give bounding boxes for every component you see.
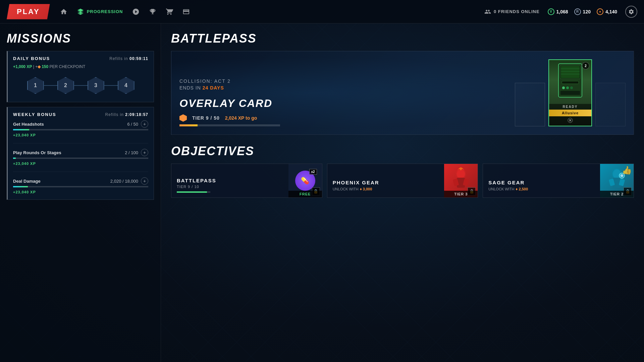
battlepass-section: BATTLEPASS COLLISION: ACT 2 ENDS IN 24 D… — [171, 32, 634, 135]
bp-days: 24 DAYS — [203, 85, 224, 90]
mission-headshots-xp: +23,040 XP — [13, 133, 36, 137]
bp-card-title: OVERLAY CARD — [179, 97, 505, 110]
mission-headshots-bar — [13, 129, 148, 130]
friends-count[interactable]: 0 FRIENDS ONLINE — [484, 8, 540, 15]
checkpoint-1: 1 — [27, 77, 44, 94]
expand-damage[interactable]: + — [141, 177, 148, 185]
radianite-icon: R — [574, 8, 581, 15]
svg-point-7 — [562, 86, 565, 89]
daily-timer: 00:59:11 — [129, 56, 148, 61]
objectives-cards: BATTLEPASS TIER 9 / 10 💊 x2 🔒 FREE — [171, 164, 634, 198]
phoenix-cost: 3,000 — [363, 187, 372, 191]
mission-rounds-bar — [13, 158, 148, 159]
nav-progression[interactable]: PROGRESSION — [77, 8, 123, 15]
weekly-bonus-header: WEEKLY BONUS Refills in 2:09:18:57 — [13, 112, 148, 117]
bp-card-badge: 2 — [582, 62, 589, 69]
weekly-refills-text: Refills in 2:09:18:57 — [105, 112, 148, 117]
nav-home[interactable] — [60, 8, 67, 15]
currency-r-item: R 120 — [574, 8, 591, 15]
mission-damage-progress: 2,020 / 18,000 — [110, 179, 138, 184]
mission-damage-fill — [13, 186, 28, 187]
progression-label: PROGRESSION — [87, 9, 123, 14]
phoenix-tier-badge: TIER 3 — [444, 191, 478, 197]
obj-sage-image: 👍 🔒 TIER 2 — [600, 164, 634, 197]
sage-gesture: 👍 — [622, 166, 632, 175]
settings-button[interactable] — [625, 6, 637, 18]
bp-card-ready-label: READY — [549, 104, 591, 110]
mission-damage-row: Deal Damage 2,020 / 18,000 + — [13, 177, 148, 185]
nav-trophy[interactable] — [149, 8, 156, 15]
checkpoints-row: 1 2 3 4 — [13, 74, 148, 97]
obj-phoenix-title: PHOENIX GEAR — [333, 180, 439, 185]
bp-card-name: Allusive — [549, 110, 591, 116]
obj-card-phoenix-text: PHOENIX GEAR UNLOCK WITH ♦ 3,000 — [327, 164, 444, 197]
weekly-timer: 2:09:18:57 — [125, 112, 148, 117]
rp-value: 4,140 — [605, 9, 617, 14]
obj-sage-unlock: UNLOCK WITH ♦ 2,500 — [488, 187, 595, 191]
bp-ends-text: ENDS IN 24 DAYS — [179, 85, 505, 90]
valorant-points-icon: V — [548, 8, 554, 15]
obj-sage-title: SAGE GEAR — [488, 180, 595, 185]
svg-point-8 — [566, 86, 569, 89]
nav-battlepass-tab[interactable] — [182, 8, 190, 15]
objectives-section: OBJECTIVES BATTLEPASS TIER 9 / 10 💊 — [171, 144, 634, 198]
nav-store[interactable] — [166, 8, 173, 15]
friends-label: 0 FRIENDS ONLINE — [494, 9, 540, 14]
radianite-value: 120 — [583, 9, 591, 14]
daily-bonus-header: DAILY BONUS Refills in 00:59:11 — [13, 56, 148, 61]
obj-card-battlepass[interactable]: BATTLEPASS TIER 9 / 10 💊 x2 🔒 FREE — [171, 164, 322, 198]
weekly-bonus-title: WEEKLY BONUS — [13, 112, 56, 117]
bp-card-xbox — [549, 116, 591, 126]
nav-icons-group: PROGRESSION — [60, 8, 484, 15]
bp-progress-fill — [179, 124, 198, 126]
play-button[interactable]: PLAY — [7, 4, 50, 19]
nav-agent[interactable] — [132, 8, 140, 15]
mission-headshots-fill — [13, 129, 29, 130]
obj-card-phoenix[interactable]: PHOENIX GEAR UNLOCK WITH ♦ 3,000 — [327, 164, 478, 198]
svg-point-9 — [570, 86, 573, 89]
missions-panel: MISSIONS DAILY BONUS Refills in 00:59:11… — [0, 23, 161, 362]
mission-rounds: Play Rounds Or Stages 2 / 100 + +23,040 … — [13, 149, 148, 172]
mission-rounds-name: Play Rounds Or Stages — [13, 150, 61, 155]
obj-card-sage-text: SAGE GEAR UNLOCK WITH ♦ 2,500 — [483, 164, 600, 197]
checkpoint-line-3 — [104, 85, 118, 86]
obj-bp-image: 💊 x2 🔒 FREE — [288, 164, 322, 197]
checkpoint-4: 4 — [118, 77, 135, 94]
missions-title: MISSIONS — [7, 32, 154, 46]
mission-rounds-progress: 2 / 100 — [125, 150, 138, 155]
valorant-points-value: 1,068 — [556, 9, 568, 14]
sage-tier-badge: TIER 2 — [600, 191, 634, 197]
mission-damage: Deal Damage 2,020 / 18,000 + +23,040 XP — [13, 177, 148, 195]
mission-rounds-fill — [13, 158, 16, 159]
obj-phoenix-unlock: UNLOCK WITH ♦ 3,000 — [333, 187, 439, 191]
progression-icon — [77, 8, 84, 15]
weekly-bonus-card: WEEKLY BONUS Refills in 2:09:18:57 Get H… — [7, 107, 154, 200]
mission-rounds-row: Play Rounds Or Stages 2 / 100 + — [13, 149, 148, 156]
obj-card-bp-text: BATTLEPASS TIER 9 / 10 — [171, 164, 288, 197]
obj-bp-subtitle: TIER 9 / 10 — [177, 185, 283, 189]
friends-icon — [484, 8, 491, 15]
bp-card-secondary-right — [595, 83, 626, 126]
tier-icon — [179, 114, 187, 122]
trophy-icon — [149, 8, 156, 15]
bp-cards-area: 2 — [515, 59, 626, 126]
svg-rect-6 — [562, 81, 579, 84]
bp-card-main[interactable]: 2 — [548, 59, 592, 126]
bp-season: COLLISION: ACT 2 — [179, 78, 505, 84]
battlepass-title: BATTLEPASS — [171, 32, 634, 46]
expand-rounds[interactable]: + — [141, 149, 148, 156]
daily-bonus-card: DAILY BONUS Refills in 00:59:11 +1,000 X… — [7, 51, 154, 102]
checkpoint-line-2 — [74, 85, 88, 86]
checkpoint-2: 2 — [57, 77, 74, 94]
xbox-icon — [568, 118, 573, 123]
expand-headshots[interactable]: + — [141, 120, 148, 128]
nav-right-area: 0 FRIENDS ONLINE V 1,068 R 120 ♦ 4,140 — [484, 6, 637, 18]
obj-bp-fill — [177, 191, 207, 193]
obj-phoenix-image: 🔒 TIER 3 — [444, 164, 478, 197]
mission-headshots-progress: 6 / 50 — [127, 122, 138, 127]
obj-card-sage[interactable]: SAGE GEAR UNLOCK WITH ♦ 2,500 — [483, 164, 634, 198]
agent-icon — [132, 8, 140, 15]
pass-icon — [182, 8, 190, 15]
settings-icon — [628, 9, 634, 15]
bp-card-secondary-left — [515, 83, 545, 126]
